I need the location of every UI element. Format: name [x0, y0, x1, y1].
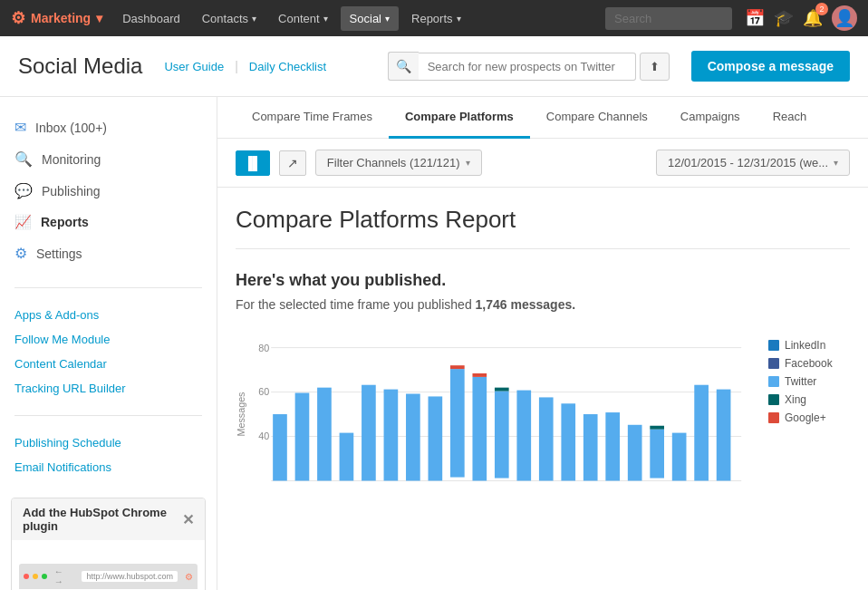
- report-toolbar: ▐▌ ↗ Filter Channels (121/121) ▾ 12/01/2…: [217, 139, 868, 188]
- date-dropdown-icon: ▾: [834, 158, 838, 168]
- legend-color-googleplus: [768, 412, 779, 423]
- legend-item-twitter: Twitter: [768, 375, 850, 388]
- chrome-plugin-header: Add the HubSpot Chrome plugin ✕: [12, 498, 205, 540]
- sidebar-link-follow-me[interactable]: Follow Me Module: [0, 327, 217, 352]
- bar-chart-button[interactable]: ▐▌: [236, 150, 270, 176]
- svg-text:80: 80: [258, 343, 269, 353]
- page-header: Social Media User Guide | Daily Checklis…: [0, 36, 868, 97]
- content-dropdown-icon: ▾: [323, 14, 328, 24]
- chart-area: 80 60 40 Messages: [236, 330, 750, 492]
- sidebar-links: Apps & Add-ons Follow Me Module Content …: [0, 295, 217, 408]
- sidebar-section: Publishing Schedule Email Notifications: [0, 423, 217, 487]
- chart-container: 80 60 40 Messages: [236, 330, 850, 492]
- page-title: Social Media: [18, 53, 142, 79]
- svg-rect-10: [317, 388, 332, 481]
- user-avatar[interactable]: 👤: [832, 5, 857, 31]
- sidebar-item-publishing[interactable]: 💬 Publishing: [0, 175, 217, 207]
- browser-dot-red: [24, 574, 29, 579]
- svg-rect-24: [561, 403, 575, 480]
- reports-dropdown-icon: ▾: [457, 14, 461, 24]
- nav-item-social[interactable]: Social ▾: [341, 6, 399, 31]
- twitter-search-input[interactable]: [419, 53, 636, 81]
- svg-rect-13: [384, 390, 399, 481]
- tab-compare-time-frames[interactable]: Compare Time Frames: [236, 97, 389, 139]
- chart-legend: LinkedIn Facebook Twitter Xing: [768, 330, 850, 424]
- hubspot-browser-icon: ⚙: [185, 572, 193, 582]
- top-navigation: ⚙ Marketing ▾ Dashboard Contacts ▾ Conte…: [0, 0, 868, 36]
- report-description: For the selected time frame you publishe…: [236, 297, 850, 312]
- report-body: Compare Platforms Report Here's what you…: [217, 188, 868, 492]
- tab-campaigns[interactable]: Campaigns: [664, 97, 757, 139]
- svg-rect-15: [429, 396, 443, 480]
- svg-rect-11: [340, 433, 354, 481]
- sidebar-item-reports[interactable]: 📈 Reports: [0, 207, 217, 237]
- nav-item-contacts[interactable]: Contacts ▾: [193, 6, 265, 31]
- svg-text:40: 40: [258, 430, 269, 441]
- svg-rect-26: [605, 412, 620, 480]
- chrome-plugin-body: ← → http://www.hubspot.com ⚙: [12, 540, 205, 590]
- inbox-icon: ✉: [14, 119, 26, 136]
- legend-color-twitter: [768, 376, 779, 387]
- svg-text:Messages: Messages: [236, 392, 246, 436]
- nav-brand-label: Marketing: [31, 11, 91, 25]
- date-range-button[interactable]: 12/01/2015 - 12/31/2015 (we... ▾: [656, 150, 850, 176]
- browser-dot-green: [42, 574, 47, 579]
- chrome-plugin-close-icon[interactable]: ✕: [182, 511, 194, 528]
- notifications-icon[interactable]: 🔔 2: [803, 8, 823, 28]
- legend-color-linkedin: [768, 340, 779, 351]
- daily-checklist-link[interactable]: Daily Checklist: [249, 60, 326, 73]
- upload-button[interactable]: ⬆: [640, 53, 670, 81]
- hubspot-logo-icon: ⚙: [11, 8, 25, 28]
- report-content-area: Compare Time Frames Compare Platforms Co…: [217, 97, 868, 590]
- academy-icon[interactable]: 🎓: [774, 8, 794, 28]
- filter-dropdown-icon: ▾: [466, 158, 470, 168]
- filter-channels-button[interactable]: Filter Channels (121/121) ▾: [315, 150, 482, 176]
- tab-compare-channels[interactable]: Compare Channels: [530, 97, 664, 139]
- svg-text:60: 60: [258, 386, 269, 397]
- svg-rect-8: [273, 414, 287, 480]
- svg-rect-31: [694, 385, 709, 481]
- svg-rect-20: [495, 392, 509, 479]
- publishing-icon: 💬: [14, 182, 33, 199]
- tab-reach[interactable]: Reach: [757, 97, 824, 139]
- svg-rect-22: [516, 391, 531, 481]
- browser-toolbar: ← → http://www.hubspot.com ⚙: [19, 564, 198, 589]
- sidebar-link-apps[interactable]: Apps & Add-ons: [0, 303, 217, 327]
- browser-nav-buttons: ← →: [54, 566, 75, 586]
- tab-compare-platforms[interactable]: Compare Platforms: [389, 97, 530, 139]
- nav-item-reports[interactable]: Reports ▾: [402, 6, 470, 31]
- reports-icon: 📈: [14, 214, 32, 230]
- line-chart-button[interactable]: ↗: [279, 150, 306, 176]
- social-dropdown-icon: ▾: [385, 14, 390, 24]
- chrome-plugin-box: Add the HubSpot Chrome plugin ✕ ← → http…: [11, 498, 206, 590]
- compose-message-button[interactable]: Compose a message: [691, 51, 850, 82]
- brand-dropdown-icon: ▾: [96, 11, 102, 25]
- header-search-area: 🔍 ⬆: [388, 52, 670, 81]
- user-guide-link[interactable]: User Guide: [164, 60, 224, 73]
- sidebar-item-monitoring[interactable]: 🔍 Monitoring: [0, 143, 217, 175]
- bar-chart-svg: 80 60 40 Messages: [236, 330, 750, 489]
- notification-badge: 2: [815, 3, 828, 15]
- sidebar-item-inbox[interactable]: ✉ Inbox (100+): [0, 111, 217, 143]
- svg-rect-23: [539, 397, 554, 480]
- svg-rect-17: [450, 365, 465, 369]
- contacts-dropdown-icon: ▾: [252, 14, 256, 24]
- sidebar-item-settings[interactable]: ⚙ Settings: [0, 237, 217, 269]
- sidebar-link-content-calendar[interactable]: Content Calendar: [0, 352, 217, 376]
- nav-brand[interactable]: ⚙ Marketing ▾: [11, 8, 102, 28]
- sidebar-divider-2: [14, 415, 202, 416]
- svg-rect-18: [472, 377, 487, 481]
- legend-item-googleplus: Google+: [768, 411, 850, 424]
- sidebar-link-publishing-schedule[interactable]: Publishing Schedule: [0, 430, 217, 455]
- sidebar-link-email-notifications[interactable]: Email Notifications: [0, 455, 217, 479]
- nav-item-content[interactable]: Content ▾: [269, 6, 337, 31]
- sidebar-link-tracking-url[interactable]: Tracking URL Builder: [0, 376, 217, 401]
- svg-rect-30: [672, 433, 687, 481]
- report-divider: [236, 248, 850, 249]
- header-search-icon: 🔍: [388, 52, 419, 81]
- nav-item-dashboard[interactable]: Dashboard: [113, 6, 189, 31]
- report-subtitle: Here's what you published.: [236, 271, 850, 290]
- legend-item-xing: Xing: [768, 393, 850, 406]
- calendar-icon[interactable]: 📅: [745, 8, 765, 28]
- nav-search-input[interactable]: [605, 7, 732, 30]
